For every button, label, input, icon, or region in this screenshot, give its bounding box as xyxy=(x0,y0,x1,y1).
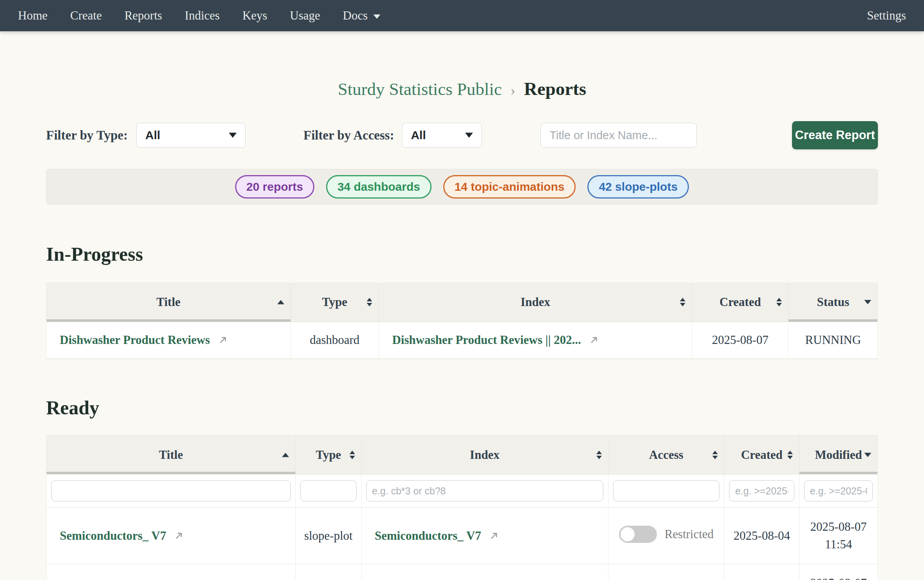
breadcrumb: Sturdy Statistics Public › Reports xyxy=(46,78,878,99)
cell-type: dashboard xyxy=(291,322,379,359)
badge-topic-animations-count[interactable]: 14 topic-animations xyxy=(443,175,576,199)
nav-docs-label: Docs xyxy=(343,0,368,31)
nav-item-settings[interactable]: Settings xyxy=(867,0,906,31)
modified-column-filter-input[interactable] xyxy=(804,480,873,501)
modified-time: 11:54 xyxy=(800,536,877,553)
search-input[interactable] xyxy=(540,123,697,148)
sort-both-icon xyxy=(367,298,372,306)
column-header-title[interactable]: Title xyxy=(46,283,291,322)
in-progress-header-row: Title Type Index Created Status xyxy=(46,283,878,322)
column-header-title-label: Title xyxy=(159,448,183,462)
badge-reports-count[interactable]: 20 reports xyxy=(235,175,314,199)
sort-asc-icon xyxy=(282,453,289,457)
index-column-filter-input[interactable] xyxy=(366,480,603,501)
create-report-button[interactable]: Create Report xyxy=(792,121,878,149)
report-title-link[interactable]: Dishwasher Product Reviews xyxy=(60,333,229,347)
ready-header-row: Title Type Index Access Created xyxy=(46,435,878,474)
column-header-index[interactable]: Index xyxy=(362,435,608,474)
column-header-status-label: Status xyxy=(817,295,849,309)
column-header-modified[interactable]: Modified xyxy=(799,435,878,474)
report-title-link[interactable]: Semiconductors_ V7 xyxy=(60,529,185,543)
cell-created: 2025-08-07 xyxy=(692,322,788,359)
badge-dashboards-count[interactable]: 34 dashboards xyxy=(326,175,432,199)
cell-index: Dishwasher Product Reviews || 202... xyxy=(379,322,692,359)
access-state-label: Restricted xyxy=(665,527,714,541)
cell-access: Restricted xyxy=(608,508,725,564)
type-filter-value: All xyxy=(145,129,160,142)
filter-cell-title xyxy=(46,474,296,508)
cell-title: Semiconductors_ V7 xyxy=(46,508,296,564)
column-header-type[interactable]: Type xyxy=(291,283,379,322)
column-header-access-label: Access xyxy=(649,448,683,462)
cell-index xyxy=(362,564,608,580)
column-header-created[interactable]: Created xyxy=(692,283,788,322)
column-filter-row xyxy=(46,474,878,508)
access-control: Restricted xyxy=(619,526,714,543)
sort-both-icon xyxy=(680,298,685,306)
cell-type: slope-plot xyxy=(296,508,361,564)
column-header-title-label: Title xyxy=(157,295,180,309)
index-link[interactable]: Semiconductors_ V7 xyxy=(375,529,500,543)
column-header-type-label: Type xyxy=(322,295,347,309)
type-column-filter-input[interactable] xyxy=(300,480,356,501)
report-title-text: Dishwasher Product Reviews xyxy=(60,333,210,347)
nav-item-create[interactable]: Create xyxy=(70,0,102,31)
nav-item-home[interactable]: Home xyxy=(18,0,48,31)
chevron-down-icon xyxy=(465,133,473,138)
cell-title: Dishwasher Product Reviews xyxy=(46,322,291,359)
column-header-status[interactable]: Status xyxy=(788,283,878,322)
access-filter-select[interactable]: All xyxy=(402,123,482,148)
access-filter-value: All xyxy=(411,129,426,142)
table-row: Semiconductors_ V7 slope-plot Semiconduc… xyxy=(46,508,878,564)
sort-desc-icon xyxy=(864,453,871,457)
nav-item-docs[interactable]: Docs xyxy=(343,0,380,31)
index-link[interactable]: Dishwasher Product Reviews || 202... xyxy=(392,333,600,347)
cell-title xyxy=(46,564,296,580)
chevron-down-icon xyxy=(229,133,237,138)
breadcrumb-parent-link[interactable]: Sturdy Statistics Public xyxy=(338,79,502,99)
title-column-filter-input[interactable] xyxy=(51,480,291,501)
nav-item-reports[interactable]: Reports xyxy=(125,0,162,31)
filter-cell-access xyxy=(608,474,725,508)
nav-item-usage[interactable]: Usage xyxy=(290,0,320,31)
chevron-down-icon xyxy=(373,14,380,19)
column-header-created[interactable]: Created xyxy=(724,435,799,474)
column-header-access[interactable]: Access xyxy=(608,435,725,474)
column-header-type-label: Type xyxy=(316,448,341,462)
filter-type-label: Filter by Type: xyxy=(46,128,128,143)
top-navbar: Home Create Reports Indices Keys Usage D… xyxy=(0,0,924,31)
modified-date: 2025-08-07 xyxy=(800,518,877,536)
nav-item-keys[interactable]: Keys xyxy=(243,0,268,31)
index-link-text: Dishwasher Product Reviews || 202... xyxy=(392,333,581,347)
in-progress-heading: In-Progress xyxy=(46,244,878,265)
breadcrumb-separator: › xyxy=(510,81,516,98)
external-link-icon xyxy=(488,530,500,542)
created-column-filter-input[interactable] xyxy=(729,480,794,501)
cell-created: 2025-08-04 xyxy=(724,508,799,564)
index-link-text: Semiconductors_ V7 xyxy=(375,529,481,543)
status-badge: RUNNING xyxy=(788,322,878,359)
sort-both-icon xyxy=(712,451,718,459)
cell-created xyxy=(724,564,799,580)
column-header-created-label: Created xyxy=(719,295,761,309)
filter-cell-modified xyxy=(799,474,878,508)
nav-item-indices[interactable]: Indices xyxy=(185,0,220,31)
type-filter-select[interactable]: All xyxy=(136,123,246,148)
cell-modified: 2025-08-07 11:54 xyxy=(799,508,878,564)
column-header-title[interactable]: Title xyxy=(46,435,296,474)
badge-slope-plots-count[interactable]: 42 slope-plots xyxy=(587,175,689,199)
table-row: Dishwasher Product Reviews dashboard Dis… xyxy=(46,322,878,359)
summary-badge-band: 20 reports 34 dashboards 14 topic-animat… xyxy=(46,169,878,205)
sort-both-icon xyxy=(787,451,793,459)
access-toggle[interactable] xyxy=(619,526,657,543)
access-column-filter-input[interactable] xyxy=(613,480,720,501)
column-header-index[interactable]: Index xyxy=(379,283,692,322)
ready-table: Title Type Index Access Created xyxy=(46,435,878,580)
filter-cell-created xyxy=(724,474,799,508)
page-title: Reports xyxy=(524,78,586,99)
column-header-type[interactable]: Type xyxy=(296,435,361,474)
sort-both-icon xyxy=(776,298,782,306)
ready-heading: Ready xyxy=(46,397,878,418)
column-header-modified-label: Modified xyxy=(815,448,862,462)
sort-both-icon xyxy=(350,451,355,459)
